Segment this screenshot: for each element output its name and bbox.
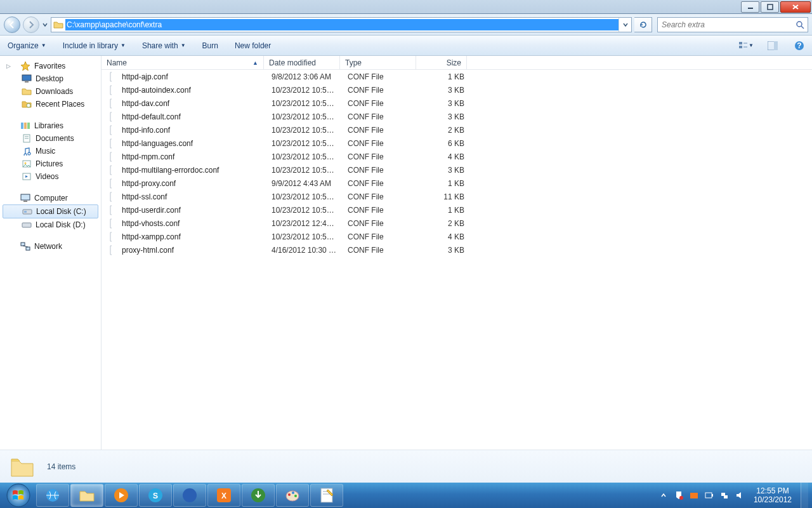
- forward-arrow-icon: [27, 20, 36, 29]
- sidebar-item-downloads[interactable]: Downloads: [0, 85, 101, 98]
- start-button[interactable]: [1, 483, 36, 508]
- sidebar-item-desktop[interactable]: Desktop: [0, 72, 101, 85]
- file-name: httpd-dav.conf: [117, 99, 266, 108]
- file-icon: [104, 152, 117, 162]
- sidebar-item-local-disk-d[interactable]: Local Disk (D:): [0, 218, 101, 231]
- file-row[interactable]: httpd-autoindex.conf10/23/2012 10:55 ...…: [102, 83, 812, 97]
- show-desktop-button[interactable]: [801, 483, 808, 508]
- taskbar: S X 12:55 PM 10/23/2012: [0, 483, 812, 508]
- file-row[interactable]: httpd-xampp.conf10/23/2012 10:55 ...CONF…: [102, 230, 812, 243]
- favorites-header[interactable]: ▷ Favorites: [0, 60, 101, 72]
- maximize-button[interactable]: [761, 1, 779, 13]
- file-size: 1 KB: [419, 72, 469, 81]
- svg-rect-26: [21, 194, 30, 200]
- task-idm[interactable]: [242, 484, 275, 507]
- file-size: 3 KB: [419, 246, 469, 255]
- task-ie[interactable]: [36, 484, 69, 507]
- close-button[interactable]: [780, 1, 811, 13]
- expand-icon: ▷: [6, 63, 13, 69]
- folder-icon: [51, 20, 65, 29]
- search-box[interactable]: [657, 17, 808, 32]
- idm-icon: [250, 487, 266, 504]
- libraries-header[interactable]: Libraries: [0, 119, 101, 132]
- file-row[interactable]: httpd-ajp.conf9/8/2012 3:06 AMCONF File1…: [102, 70, 812, 83]
- task-notepad[interactable]: [310, 484, 343, 507]
- preview-pane-button[interactable]: [765, 38, 780, 53]
- svg-point-24: [25, 163, 27, 164]
- power-icon[interactable]: [704, 490, 714, 500]
- file-size: 3 KB: [419, 166, 469, 175]
- file-date: 10/23/2012 10:55 ...: [266, 99, 343, 108]
- file-row[interactable]: httpd-ssl.conf10/23/2012 10:55 ...CONF F…: [102, 190, 812, 203]
- new-folder-button[interactable]: New folder: [232, 39, 273, 52]
- address-path[interactable]: C:\xampp\apache\conf\extra: [65, 19, 619, 30]
- file-row[interactable]: httpd-default.conf10/23/2012 10:55 ...CO…: [102, 110, 812, 123]
- clock[interactable]: 12:55 PM 10/23/2012: [750, 486, 796, 504]
- column-header-size[interactable]: Size: [416, 56, 467, 69]
- help-button[interactable]: ?: [792, 38, 807, 53]
- forward-button[interactable]: [23, 17, 39, 33]
- task-firefox[interactable]: [173, 484, 206, 507]
- show-hidden-icons-button[interactable]: [658, 490, 669, 500]
- expand-icon: [6, 195, 13, 201]
- file-row[interactable]: httpd-proxy.conf9/9/2012 4:43 AMCONF Fil…: [102, 177, 812, 190]
- file-row[interactable]: httpd-multilang-errordoc.conf10/23/2012 …: [102, 163, 812, 177]
- firefox-icon: [181, 487, 198, 504]
- file-type: CONF File: [343, 72, 419, 81]
- organize-button[interactable]: Organize▼: [5, 39, 49, 52]
- column-header-name[interactable]: Name▲: [102, 56, 264, 69]
- task-xampp[interactable]: X: [207, 484, 240, 507]
- file-row[interactable]: httpd-languages.conf10/23/2012 10:55 ...…: [102, 137, 812, 150]
- address-bar[interactable]: C:\xampp\apache\conf\extra: [51, 17, 632, 32]
- search-input[interactable]: [658, 20, 792, 29]
- svg-rect-15: [25, 81, 29, 83]
- tray-app-icon[interactable]: [689, 490, 699, 500]
- file-row[interactable]: proxy-html.conf4/16/2012 10:30 PMCONF Fi…: [102, 243, 812, 257]
- sidebar-item-pictures[interactable]: Pictures: [0, 157, 101, 170]
- task-media-player[interactable]: [105, 484, 138, 507]
- svg-point-45: [292, 491, 294, 494]
- task-skype[interactable]: S: [139, 484, 172, 507]
- music-icon: [22, 146, 32, 156]
- column-header-date[interactable]: Date modified: [264, 56, 340, 69]
- search-icon[interactable]: [792, 20, 808, 29]
- sidebar-item-music[interactable]: Music: [0, 145, 101, 157]
- file-row[interactable]: httpd-info.conf10/23/2012 10:55 ...CONF …: [102, 123, 812, 137]
- file-size: 3 KB: [419, 86, 469, 95]
- file-list[interactable]: httpd-ajp.conf9/8/2012 3:06 AMCONF File1…: [102, 70, 812, 450]
- burn-button[interactable]: Burn: [200, 39, 221, 52]
- sidebar-item-documents[interactable]: Documents: [0, 132, 101, 145]
- task-explorer[interactable]: [70, 484, 103, 507]
- sidebar-item-videos[interactable]: Videos: [0, 170, 101, 183]
- svg-line-5: [801, 26, 804, 29]
- refresh-button[interactable]: [634, 17, 652, 32]
- file-row[interactable]: httpd-mpm.conf10/23/2012 10:55 ...CONF F…: [102, 150, 812, 163]
- action-center-icon[interactable]: [674, 490, 684, 500]
- back-button[interactable]: [4, 17, 20, 33]
- computer-label: Computer: [34, 194, 68, 203]
- address-dropdown-icon[interactable]: [619, 18, 631, 32]
- view-options-button[interactable]: ▼: [738, 38, 754, 53]
- expand-icon: [6, 123, 13, 129]
- file-icon: [104, 192, 117, 202]
- recent-locations-dropdown-icon[interactable]: [42, 20, 48, 29]
- minimize-button[interactable]: [741, 1, 759, 13]
- network-header[interactable]: Network: [0, 240, 101, 253]
- share-with-button[interactable]: Share with▼: [140, 39, 188, 52]
- svg-point-4: [797, 22, 802, 27]
- include-in-library-button[interactable]: Include in library▼: [60, 39, 128, 52]
- computer-header[interactable]: Computer: [0, 192, 101, 204]
- volume-icon[interactable]: [735, 490, 745, 500]
- file-name: httpd-info.conf: [117, 126, 266, 135]
- task-paint[interactable]: [276, 484, 309, 507]
- sidebar-item-local-disk-c[interactable]: Local Disk (C:): [3, 204, 98, 218]
- column-header-type[interactable]: Type: [340, 56, 416, 69]
- network-tray-icon[interactable]: [719, 490, 730, 500]
- svg-rect-6: [739, 42, 742, 44]
- svg-point-39: [183, 488, 197, 502]
- file-row[interactable]: httpd-dav.conf10/23/2012 10:55 ...CONF F…: [102, 97, 812, 110]
- file-row[interactable]: httpd-userdir.conf10/23/2012 10:55 ...CO…: [102, 203, 812, 217]
- sidebar-item-recent-places[interactable]: Recent Places: [0, 98, 101, 110]
- file-type: CONF File: [343, 86, 419, 95]
- file-row[interactable]: httpd-vhosts.conf10/23/2012 12:49 ...CON…: [102, 217, 812, 230]
